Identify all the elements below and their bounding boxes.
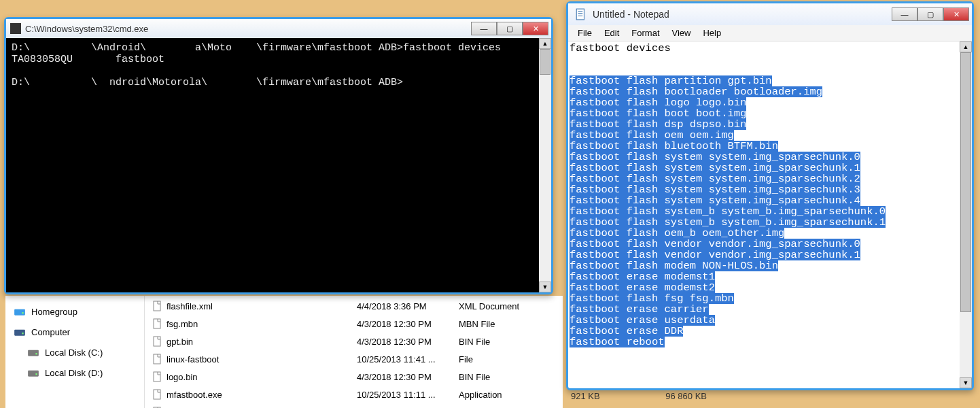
- vertical-scrollbar[interactable]: ▲ ▼: [539, 38, 551, 292]
- file-icon: [152, 301, 167, 311]
- notepad-icon: [575, 8, 587, 20]
- svg-rect-1: [22, 312, 23, 313]
- text-line-selected: fastboot erase DDR: [570, 326, 683, 337]
- drive-icon: [27, 346, 39, 358]
- scroll-track[interactable]: [960, 52, 972, 377]
- text-line-selected: fastboot flash dsp dspso.bin: [570, 119, 746, 130]
- text-line-selected: fastboot flash logo logo.bin: [570, 97, 746, 108]
- file-icon: [152, 318, 167, 329]
- explorer-window: HomegroupComputerLocal Disk (C:)Local Di…: [5, 296, 563, 408]
- maximize-button[interactable]: ▢: [917, 7, 943, 21]
- file-name: logo.bin: [167, 372, 357, 382]
- file-type: BIN File: [459, 372, 563, 382]
- scroll-up-button[interactable]: ▲: [960, 41, 972, 52]
- svg-rect-12: [154, 372, 160, 381]
- text-line-selected: fastboot erase modemst2: [570, 282, 715, 293]
- text-line-selected: fastboot flash oem oem.img: [570, 130, 734, 141]
- menu-file[interactable]: File: [572, 27, 597, 39]
- text-line-selected: fastboot flash boot boot.img: [570, 108, 746, 119]
- svg-rect-8: [154, 301, 160, 311]
- text-line: fastboot devices: [570, 43, 958, 54]
- file-row[interactable]: fsg.mbn 4/3/2018 12:30 PM MBN File: [145, 315, 563, 333]
- text-line-selected: fastboot flash fsg fsg.mbn: [570, 293, 734, 304]
- svg-rect-13: [154, 390, 160, 399]
- scroll-up-button[interactable]: ▲: [539, 38, 551, 49]
- file-name: mfastboot.exe: [167, 390, 357, 400]
- cmd-window: C:\Windows\system32\cmd.exe — ▢ ✕ D:\ \A…: [4, 17, 553, 294]
- scroll-thumb[interactable]: [540, 49, 550, 75]
- svg-rect-10: [154, 337, 160, 346]
- cmd-icon: [10, 23, 21, 34]
- maximize-button[interactable]: ▢: [497, 22, 523, 35]
- vertical-scrollbar[interactable]: ▲ ▼: [960, 41, 972, 388]
- notepad-menubar: FileEditFormatViewHelp: [568, 25, 972, 41]
- minimize-button[interactable]: —: [471, 22, 497, 35]
- text-line-selected: fastboot flash partition gpt.bin: [570, 75, 772, 86]
- text-line-selected: fastboot flash system system.img_sparsec…: [570, 173, 860, 184]
- nav-label: Local Disk (C:): [45, 347, 103, 358]
- scroll-thumb[interactable]: [960, 52, 971, 312]
- text-line-selected: fastboot flash system_b system_b.img_spa…: [570, 206, 886, 217]
- file-name: fsg.mbn: [167, 319, 357, 329]
- nav-item[interactable]: Computer: [11, 322, 144, 342]
- text-line: [570, 54, 958, 65]
- svg-rect-15: [576, 9, 584, 20]
- text-line-selected: fastboot flash bootloader bootloader.img: [570, 86, 822, 97]
- svg-rect-9: [154, 319, 160, 328]
- file-icon: [152, 389, 167, 400]
- scroll-down-button[interactable]: ▼: [960, 377, 972, 388]
- svg-rect-5: [35, 353, 37, 354]
- size-value: 96 860 KB: [665, 391, 707, 401]
- text-line-selected: fastboot flash system system.img_sparsec…: [570, 195, 860, 206]
- scroll-track[interactable]: [539, 49, 551, 282]
- nav-label: Computer: [31, 327, 70, 337]
- file-date: 10/25/2013 11:41 ...: [357, 354, 459, 364]
- close-button[interactable]: ✕: [523, 22, 548, 35]
- file-icon: [152, 354, 167, 364]
- file-name: flashfile.xml: [167, 301, 357, 311]
- text-line-selected: fastboot erase modemst1: [570, 271, 715, 282]
- text-line-selected: fastboot flash bluetooth BTFM.bin: [570, 141, 778, 152]
- minimize-button[interactable]: —: [892, 7, 917, 21]
- file-date: 4/4/2018 3:36 PM: [357, 301, 459, 311]
- notepad-title: Untitled - Notepad: [593, 9, 886, 20]
- svg-rect-11: [154, 354, 160, 364]
- menu-help[interactable]: Help: [697, 27, 727, 39]
- file-name: linux-fastboot: [167, 354, 357, 364]
- file-name: gpt.bin: [167, 337, 357, 347]
- file-row[interactable]: NON_HLOS.bin 4/3/2018 12:30 PM BIN File: [145, 403, 563, 408]
- nav-label: Homegroup: [31, 307, 77, 317]
- file-row[interactable]: linux-fastboot 10/25/2013 11:41 ... File: [145, 350, 563, 368]
- file-icon: [152, 336, 167, 347]
- nav-label: Local Disk (D:): [45, 368, 103, 378]
- notepad-window: Untitled - Notepad — ▢ ✕ FileEditFormatV…: [566, 1, 974, 390]
- menu-edit[interactable]: Edit: [599, 27, 625, 39]
- text-line-selected: fastboot erase userdata: [570, 315, 715, 326]
- cmd-body: D:\ \Android\ a\Moto \firmware\mfastboot…: [6, 38, 551, 292]
- file-row[interactable]: gpt.bin 4/3/2018 12:30 PM BIN File: [145, 333, 563, 350]
- scroll-down-button[interactable]: ▼: [539, 282, 551, 292]
- text-line-selected: fastboot flash system system.img_sparsec…: [570, 152, 860, 163]
- file-type: Application: [459, 390, 563, 400]
- cmd-titlebar[interactable]: C:\Windows\system32\cmd.exe — ▢ ✕: [6, 19, 551, 38]
- explorer-status-sizes: 921 KB 96 860 KB: [571, 391, 707, 401]
- file-type: MBN File: [459, 319, 563, 329]
- file-date: 4/3/2018 12:30 PM: [357, 337, 459, 347]
- notepad-textarea[interactable]: fastboot devices fastboot flash partitio…: [568, 41, 960, 388]
- nav-item[interactable]: Local Disk (D:): [11, 362, 144, 383]
- drive-icon: [14, 305, 26, 318]
- menu-view[interactable]: View: [667, 27, 697, 39]
- svg-rect-3: [22, 333, 23, 334]
- file-row[interactable]: mfastboot.exe 10/25/2013 11:11 ... Appli…: [145, 386, 563, 403]
- size-value: 921 KB: [571, 391, 600, 401]
- file-row[interactable]: flashfile.xml 4/4/2018 3:36 PM XML Docum…: [145, 297, 563, 315]
- cmd-output[interactable]: D:\ \Android\ a\Moto \firmware\mfastboot…: [6, 38, 539, 292]
- explorer-file-list: flashfile.xml 4/4/2018 3:36 PM XML Docum…: [145, 296, 563, 408]
- menu-format[interactable]: Format: [626, 27, 665, 39]
- file-row[interactable]: logo.bin 4/3/2018 12:30 PM BIN File: [145, 368, 563, 386]
- notepad-titlebar[interactable]: Untitled - Notepad — ▢ ✕: [568, 3, 972, 25]
- nav-item[interactable]: Homegroup: [11, 301, 144, 322]
- cmd-title: C:\Windows\system32\cmd.exe: [25, 24, 467, 34]
- close-button[interactable]: ✕: [943, 7, 969, 21]
- nav-item[interactable]: Local Disk (C:): [11, 342, 144, 362]
